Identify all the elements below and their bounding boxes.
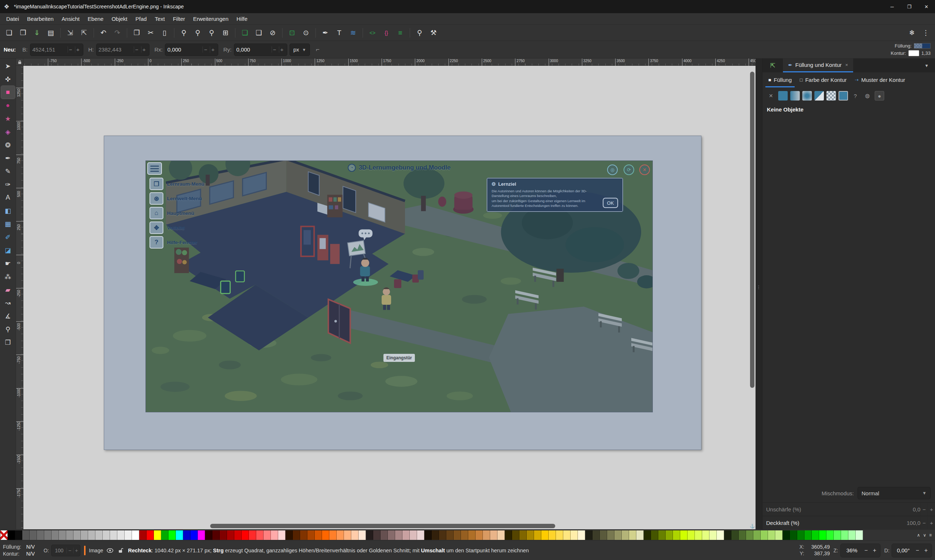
palette-swatch[interactable]: [322, 531, 329, 540]
print-button[interactable]: ▤: [44, 26, 58, 40]
palette-swatch[interactable]: [687, 531, 695, 540]
rectangle-tool[interactable]: ■: [1, 86, 15, 99]
blur-decrease-button[interactable]: −: [920, 503, 928, 516]
vertical-scrollbar-thumb[interactable]: [750, 72, 754, 388]
horizontal-ruler[interactable]: -750-500-2500250500750100012501500175020…: [23, 58, 755, 66]
scrollbar-corner-icon[interactable]: ⚓: [750, 523, 755, 529]
palette-swatch[interactable]: [278, 531, 286, 540]
cut-button[interactable]: ✂: [144, 26, 158, 40]
blur-slider[interactable]: Unschärfe (%) 0,0 − +: [763, 502, 935, 516]
palette-swatch[interactable]: [695, 531, 702, 540]
palette-swatch[interactable]: [293, 531, 300, 540]
unset-paint-button[interactable]: ●: [875, 91, 884, 100]
palette-swatch[interactable]: [395, 531, 403, 540]
palette-swatch[interactable]: [410, 531, 417, 540]
palette-swatch[interactable]: [315, 531, 322, 540]
palette-swatch[interactable]: [373, 531, 380, 540]
paint-bucket-tool[interactable]: ◪: [1, 244, 15, 257]
palette-swatch[interactable]: [271, 531, 278, 540]
palette-swatch[interactable]: [592, 531, 600, 540]
menu-objekt[interactable]: Objekt: [108, 14, 131, 23]
dock-menu-chevron-icon[interactable]: ▾: [918, 58, 935, 72]
opacity-decrease-button[interactable]: −: [920, 516, 928, 529]
palette-swatch[interactable]: [520, 531, 527, 540]
palette-swatch[interactable]: [388, 531, 395, 540]
undo-button[interactable]: ↶: [97, 26, 111, 40]
layer-visibility-toggle[interactable]: [106, 547, 114, 554]
palette-swatch[interactable]: [848, 531, 856, 540]
palette-swatch[interactable]: [804, 531, 812, 540]
palette-swatch[interactable]: [227, 531, 234, 540]
palette-swatch[interactable]: [717, 531, 724, 540]
selector-tool[interactable]: ➤: [1, 60, 15, 72]
dropper-tool[interactable]: ✐: [1, 231, 15, 243]
palette-swatch[interactable]: [220, 531, 227, 540]
snap-toggle-button[interactable]: ❄: [905, 26, 919, 40]
plus-icon[interactable]: +: [872, 547, 877, 554]
palette-swatch[interactable]: [169, 531, 176, 540]
menu-erweiterungen[interactable]: Erweiterungen: [189, 14, 232, 23]
zoom-tool[interactable]: ⚲: [1, 323, 15, 335]
palette-swatch[interactable]: [366, 531, 373, 540]
calligraphy-tool[interactable]: ✑: [1, 178, 15, 191]
pages-tool[interactable]: ❐: [1, 336, 15, 349]
palette-swatch[interactable]: [775, 531, 783, 540]
palette-swatch[interactable]: [380, 531, 388, 540]
palette-swatch[interactable]: [834, 531, 841, 540]
unlink-clone-button[interactable]: ⊘: [266, 26, 280, 40]
palette-swatch[interactable]: [483, 531, 490, 540]
palette-swatch[interactable]: [176, 531, 183, 540]
horizontal-scrollbar-thumb[interactable]: [210, 524, 555, 528]
pencil-tool[interactable]: ✎: [1, 165, 15, 178]
no-paint-button[interactable]: ✕: [766, 91, 776, 100]
palette-swatch[interactable]: [585, 531, 592, 540]
palette-swatch[interactable]: [286, 531, 293, 540]
status-fill-value[interactable]: N/V: [26, 544, 35, 550]
palette-swatch[interactable]: [622, 531, 629, 540]
opacity-slider[interactable]: Deckkraft (%) 100,0 − +: [763, 516, 935, 529]
palette-swatch[interactable]: [15, 531, 22, 540]
palette-swatch[interactable]: [556, 531, 563, 540]
open-button[interactable]: ❒: [16, 26, 30, 40]
palette-swatch[interactable]: [468, 531, 475, 540]
sharp-corners-icon[interactable]: ⌐: [316, 46, 320, 53]
palette-swatch[interactable]: [841, 531, 848, 540]
unit-dropdown[interactable]: px ▼: [289, 43, 310, 56]
palette-swatch[interactable]: [607, 531, 614, 540]
plus-icon[interactable]: +: [923, 547, 929, 554]
flat-color-button[interactable]: [778, 91, 788, 100]
menu-bearbeiten[interactable]: Bearbeiten: [23, 14, 58, 23]
palette-swatch[interactable]: [29, 531, 37, 540]
palette-swatch[interactable]: [22, 531, 29, 540]
palette-swatch[interactable]: [44, 531, 52, 540]
palette-swatch[interactable]: [161, 531, 169, 540]
palette-swatch[interactable]: [812, 531, 819, 540]
pattern-button[interactable]: [814, 91, 824, 100]
palette-swatch[interactable]: [344, 531, 351, 540]
align-distribute-button[interactable]: ≡: [393, 26, 407, 40]
palette-swatch[interactable]: [614, 531, 622, 540]
deselect-button[interactable]: ⊙: [299, 26, 313, 40]
palette-swatch[interactable]: [702, 531, 709, 540]
palette-swatch[interactable]: [300, 531, 308, 540]
palette-swatch[interactable]: [680, 531, 687, 540]
zoom-selection-button[interactable]: ⚲: [177, 26, 191, 40]
clone-button[interactable]: ❑: [252, 26, 266, 40]
palette-swatch[interactable]: [819, 531, 826, 540]
palette-swatch[interactable]: [454, 531, 461, 540]
palette-swatch[interactable]: [600, 531, 607, 540]
fill-stroke-dialog-button[interactable]: ✒: [318, 26, 332, 40]
palette-swatch[interactable]: [8, 531, 15, 540]
palette-swatch[interactable]: [0, 531, 8, 540]
palette-swatch[interactable]: [490, 531, 497, 540]
minus-icon[interactable]: −: [863, 547, 869, 554]
document-page[interactable]: ◔ 3D-Lernumgebung und Moodle ❒Lernraum-M…: [104, 135, 701, 450]
palette-swatch[interactable]: [132, 531, 139, 540]
zoom-center-page-button[interactable]: ⊞: [218, 26, 232, 40]
palette-swatch[interactable]: [95, 531, 103, 540]
palette-swatch[interactable]: [110, 531, 117, 540]
paste-button[interactable]: ▯: [158, 26, 171, 40]
palette-swatch[interactable]: [505, 531, 512, 540]
palette-swatch[interactable]: [125, 531, 132, 540]
ellipse-tool[interactable]: ●: [1, 99, 15, 112]
